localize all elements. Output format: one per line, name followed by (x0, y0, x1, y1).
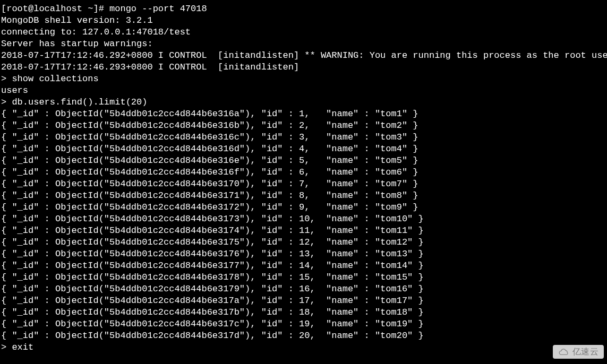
mongo-warnings-header: Server has startup warnings: (1, 39, 158, 49)
mongo-prompt: > (1, 97, 12, 107)
mongo-prompt: > (1, 74, 12, 84)
shell-prompt: [root@localhost ~]# (1, 4, 109, 14)
documents-output: { "_id" : ObjectId("5b4ddb01c2cc4d844b6e… (1, 109, 424, 341)
collections-output: users (1, 85, 28, 96)
mongo-version-line: MongoDB shell version: 3.2.1 (1, 15, 153, 25)
mongo-warning-line-1: 2018-07-17T17:12:46.292+0800 I CONTROL [… (1, 50, 607, 60)
mongo-connecting-line: connecting to: 127.0.0.1:47018/test (1, 27, 191, 37)
find-command: db.users.find().limit(20) (12, 97, 147, 107)
mongo-prompt: > (1, 342, 12, 352)
mongo-warning-line-2: 2018-07-17T17:12:46.293+0800 I CONTROL [… (1, 62, 304, 72)
show-collections-command: show collections (12, 74, 98, 84)
watermark-text: 亿速云 (572, 347, 599, 356)
terminal-output[interactable]: [root@localhost ~]# mongo --port 47018 M… (0, 0, 607, 354)
cloud-icon (558, 349, 570, 356)
watermark-badge: 亿速云 (553, 345, 604, 359)
exit-command: exit (12, 342, 33, 352)
mongo-connect-command: mongo --port 47018 (109, 4, 207, 14)
